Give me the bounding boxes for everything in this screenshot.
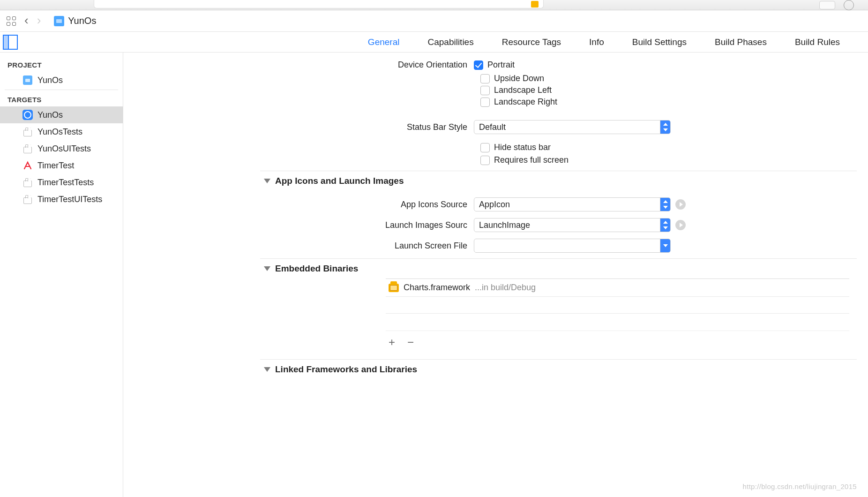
- checkbox-upside-down-label: Upside Down: [494, 74, 544, 83]
- test-target-icon: [23, 178, 32, 187]
- section-embedded-label: Embedded Binaries: [275, 264, 358, 274]
- launch-screen-file-select[interactable]: [474, 239, 671, 253]
- app-icons-source-value: AppIcon: [479, 200, 510, 210]
- navigator-toggle-icon[interactable]: [3, 35, 18, 50]
- section-app-icons[interactable]: App Icons and Launch Images: [123, 171, 868, 191]
- checkbox-landscape-left-label: Landscape Left: [494, 85, 552, 95]
- sidebar-project-item[interactable]: YunOs: [0, 72, 123, 89]
- sidebar-target-label: YunOsTests: [37, 127, 82, 137]
- disclosure-triangle-icon: [264, 179, 270, 183]
- tab-resource-tags[interactable]: Resource Tags: [502, 37, 561, 47]
- section-linked-frameworks[interactable]: Linked Frameworks and Libraries: [123, 360, 868, 379]
- checkbox-landscape-right-label: Landscape Right: [494, 97, 557, 107]
- breadcrumb[interactable]: YunOs: [54, 15, 96, 26]
- checkbox-landscape-right[interactable]: [480, 98, 490, 107]
- status-bar-style-label: Status Bar Style: [123, 122, 474, 132]
- add-button[interactable]: +: [389, 337, 395, 348]
- toolbar-circle-button[interactable]: [844, 0, 854, 10]
- sidebar-target-timertestuitests[interactable]: TimerTestUITests: [0, 191, 123, 208]
- test-target-icon: [23, 144, 32, 153]
- select-stepper-icon: [660, 198, 670, 211]
- address-bar[interactable]: [94, 0, 544, 8]
- remove-button[interactable]: −: [407, 337, 414, 348]
- disclosure-triangle-icon: [264, 266, 270, 271]
- watermark: http://blog.csdn.net/liujingran_2015: [743, 482, 857, 490]
- path-bar: ‹ › YunOs: [0, 10, 868, 32]
- device-orientation-label: Device Orientation: [123, 60, 474, 70]
- tab-build-phases[interactable]: Build Phases: [715, 37, 767, 47]
- goto-asset-button[interactable]: [675, 199, 686, 210]
- embedded-binary-name: Charts.framework: [404, 283, 470, 293]
- toolbar-button[interactable]: [819, 1, 835, 9]
- framework-icon: [389, 284, 399, 292]
- sidebar-target-label: TimerTestUITests: [37, 195, 102, 204]
- checkbox-hide-status-bar[interactable]: [480, 143, 490, 152]
- section-app-icons-label: App Icons and Launch Images: [275, 176, 404, 186]
- sidebar-target-label: YunOs: [37, 110, 63, 120]
- table-row[interactable]: Charts.framework ...in build/Debug: [386, 279, 849, 297]
- reader-icon: [531, 1, 539, 8]
- goto-asset-button[interactable]: [675, 220, 686, 230]
- launch-images-source-select[interactable]: LaunchImage: [474, 218, 671, 232]
- checkbox-landscape-left[interactable]: [480, 86, 490, 95]
- select-stepper-icon: [660, 218, 670, 232]
- checkbox-hide-status-bar-label: Hide status bar: [494, 143, 551, 152]
- app-target-icon: [22, 110, 33, 120]
- sidebar-heading-targets: TARGETS: [0, 92, 123, 106]
- status-bar-style-select[interactable]: Default: [474, 120, 671, 134]
- embedded-binaries-table[interactable]: Charts.framework ...in build/Debug: [386, 279, 849, 331]
- checkbox-requires-full-screen[interactable]: [480, 156, 490, 165]
- tab-info[interactable]: Info: [589, 37, 604, 47]
- general-settings-content: Device Orientation Portrait Upside Down …: [123, 53, 868, 497]
- tab-general[interactable]: General: [368, 37, 400, 47]
- embedded-binary-path: ...in build/Debug: [475, 283, 536, 293]
- tab-build-settings[interactable]: Build Settings: [632, 37, 687, 47]
- checkbox-portrait-label: Portrait: [487, 60, 515, 70]
- sidebar-target-yunosuitests[interactable]: YunOsUITests: [0, 140, 123, 157]
- sidebar-separator: [5, 90, 118, 90]
- launch-screen-file-label: Launch Screen File: [123, 241, 474, 251]
- select-stepper-icon: [660, 120, 670, 134]
- related-items-icon[interactable]: [7, 16, 16, 26]
- project-icon: [54, 16, 64, 26]
- sidebar-target-label: TimerTest: [37, 161, 74, 171]
- sidebar-target-label: YunOsUITests: [37, 144, 91, 154]
- checkbox-portrait[interactable]: [474, 60, 483, 70]
- section-linked-label: Linked Frameworks and Libraries: [275, 364, 417, 375]
- project-targets-sidebar: PROJECT YunOs TARGETS YunOs YunOsTests Y…: [0, 53, 123, 497]
- launch-images-source-label: Launch Images Sourc: [123, 220, 474, 230]
- launch-images-source-value: LaunchImage: [479, 220, 530, 230]
- breadcrumb-project: YunOs: [68, 15, 96, 26]
- table-row[interactable]: [386, 314, 849, 331]
- tab-build-rules[interactable]: Build Rules: [795, 37, 840, 47]
- app-icons-source-label: App Icons Source: [123, 200, 474, 210]
- nav-forward-icon[interactable]: ›: [37, 14, 41, 26]
- editor-tab-bar: General Capabilities Resource Tags Info …: [0, 32, 868, 53]
- test-target-icon: [23, 127, 32, 136]
- status-bar-style-value: Default: [479, 122, 506, 132]
- app-icons-source-select[interactable]: AppIcon: [474, 197, 671, 211]
- sidebar-target-yunostests[interactable]: YunOsTests: [0, 123, 123, 140]
- project-icon: [23, 75, 32, 85]
- nav-back-icon[interactable]: ‹: [24, 14, 29, 26]
- test-target-icon: [23, 195, 32, 204]
- sidebar-heading-project: PROJECT: [0, 57, 123, 72]
- section-embedded-binaries[interactable]: Embedded Binaries: [123, 259, 868, 279]
- sidebar-target-label: TimerTestTests: [37, 178, 94, 188]
- sidebar-target-timertest[interactable]: TimerTest: [0, 157, 123, 174]
- table-row[interactable]: [386, 297, 849, 314]
- checkbox-upside-down[interactable]: [480, 74, 490, 83]
- disclosure-triangle-icon: [264, 367, 270, 372]
- window-chrome: [0, 0, 868, 10]
- checkbox-requires-full-screen-label: Requires full screen: [494, 155, 569, 165]
- tab-capabilities[interactable]: Capabilities: [427, 37, 473, 47]
- dropdown-arrow-icon: [660, 239, 670, 252]
- app-a-icon: [22, 160, 33, 171]
- sidebar-project-label: YunOs: [37, 75, 63, 85]
- sidebar-target-yunos[interactable]: YunOs: [0, 106, 123, 123]
- sidebar-target-timertesttests[interactable]: TimerTestTests: [0, 174, 123, 191]
